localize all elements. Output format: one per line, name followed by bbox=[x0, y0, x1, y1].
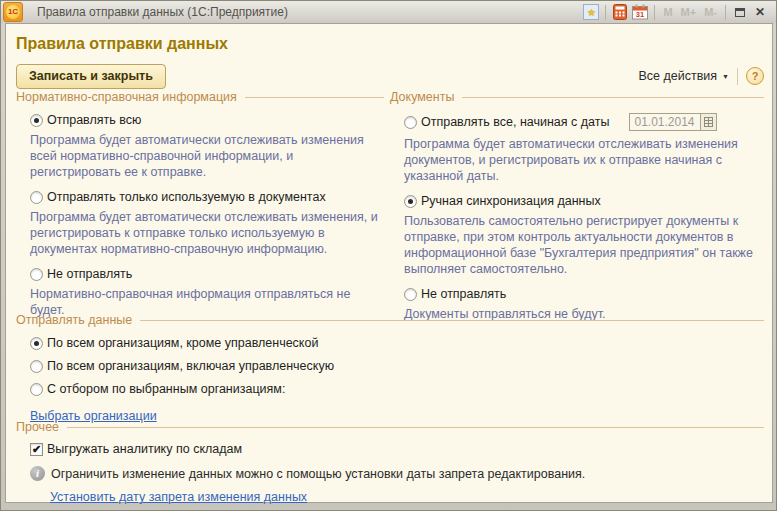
titlebar-separator bbox=[654, 5, 655, 20]
checkbox-export-warehouse-analytics[interactable]: ✔ Выгружать аналитику по складам bbox=[30, 442, 764, 456]
section-other: Прочее ✔ Выгружать аналитику по складам … bbox=[16, 420, 764, 505]
app-window: 1С Правила отправки данных (1С:Предприят… bbox=[0, 0, 777, 511]
calendar-icon[interactable]: 31 bbox=[630, 3, 650, 21]
save-and-close-button[interactable]: Записать и закрыть bbox=[16, 64, 166, 89]
radio-icon[interactable] bbox=[30, 383, 43, 396]
memory-m-button[interactable]: М bbox=[659, 6, 676, 18]
all-actions-button[interactable]: Все действия ▼ bbox=[638, 69, 729, 83]
calendar-grid-icon bbox=[704, 117, 713, 127]
maximize-button[interactable] bbox=[730, 3, 750, 21]
memory-m-minus-button[interactable]: М- bbox=[700, 6, 721, 18]
start-date-field[interactable] bbox=[629, 113, 701, 131]
svg-text:31: 31 bbox=[636, 10, 644, 19]
radio-docs-manual-sync[interactable]: Ручная синхронизация данных bbox=[404, 194, 764, 208]
radio-docs-send-from-date[interactable]: Отправлять все, начиная с даты bbox=[404, 113, 764, 131]
radio-nsi-dont-send[interactable]: Не отправлять bbox=[30, 267, 384, 281]
radio-all-orgs-except-management[interactable]: По всем организациям, кроме управленческ… bbox=[30, 336, 764, 350]
chevron-down-icon: ▼ bbox=[722, 73, 729, 80]
set-restriction-date-link[interactable]: Установить дату запрета изменения данных bbox=[50, 490, 307, 504]
section-nsi: Нормативно-справочная информация Отправл… bbox=[16, 90, 384, 328]
group-line bbox=[245, 97, 384, 98]
checkbox-icon[interactable]: ✔ bbox=[30, 443, 43, 456]
titlebar-separator bbox=[725, 5, 726, 20]
calculator-icon[interactable] bbox=[610, 3, 630, 21]
nsi-send-used-description: Программа будет автоматически отслеживат… bbox=[30, 209, 382, 257]
radio-nsi-send-used[interactable]: Отправлять только используемую в докумен… bbox=[30, 190, 384, 204]
radio-selected-orgs[interactable]: С отбором по выбранным организациям: bbox=[30, 382, 764, 396]
form-content: Правила отправки данных Записать и закры… bbox=[5, 23, 773, 503]
group-line bbox=[67, 427, 764, 428]
section-nsi-title: Нормативно-справочная информация bbox=[16, 90, 237, 104]
info-text: Ограничить изменение данных можно с помо… bbox=[51, 467, 585, 481]
radio-icon[interactable] bbox=[404, 195, 417, 208]
toolbar-separator bbox=[737, 68, 738, 85]
section-documents: Документы Отправлять все, начиная с даты… bbox=[390, 90, 764, 332]
titlebar-separator bbox=[605, 5, 606, 20]
section-send-data-title: Отправлять данные bbox=[16, 313, 132, 327]
docs-send-from-date-description: Программа будет автоматически отслеживат… bbox=[404, 136, 764, 184]
docs-manual-sync-description: Пользователь самостоятельно регистрирует… bbox=[404, 213, 764, 277]
titlebar-controls: ★ 31 М М+ bbox=[581, 1, 776, 23]
radio-icon[interactable] bbox=[30, 268, 43, 281]
window-title: Правила отправки данных (1С:Предприятие) bbox=[37, 5, 288, 19]
radio-icon[interactable] bbox=[404, 116, 417, 129]
radio-icon[interactable] bbox=[30, 360, 43, 373]
section-send-data: Отправлять данные По всем организациям, … bbox=[16, 313, 764, 424]
date-picker-button[interactable] bbox=[701, 113, 717, 131]
nsi-send-all-description: Программа будет автоматически отслеживат… bbox=[30, 132, 382, 180]
radio-all-orgs-including-management[interactable]: По всем организациям, включая управленче… bbox=[30, 359, 764, 373]
section-documents-title: Документы bbox=[390, 90, 454, 104]
toolbar: Записать и закрыть Все действия ▼ ? bbox=[16, 63, 764, 89]
radio-icon[interactable] bbox=[30, 114, 43, 127]
titlebar: 1С Правила отправки данных (1С:Предприят… bbox=[1, 1, 776, 23]
group-line bbox=[140, 320, 764, 321]
radio-docs-dont-send[interactable]: Не отправлять bbox=[404, 287, 764, 301]
section-other-title: Прочее bbox=[16, 420, 59, 434]
favorites-star-icon[interactable]: ★ bbox=[581, 3, 601, 21]
radio-nsi-send-all[interactable]: Отправлять всю bbox=[30, 113, 384, 127]
radio-icon[interactable] bbox=[30, 337, 43, 350]
1c-logo-icon: 1С bbox=[3, 2, 23, 22]
help-button[interactable]: ? bbox=[746, 67, 764, 85]
group-line bbox=[462, 97, 764, 98]
close-button[interactable]: ✕ bbox=[750, 3, 770, 21]
maximize-icon bbox=[735, 8, 745, 17]
memory-m-plus-button[interactable]: М+ bbox=[677, 6, 701, 18]
close-icon: ✕ bbox=[755, 5, 765, 19]
radio-icon[interactable] bbox=[30, 191, 43, 204]
radio-icon[interactable] bbox=[404, 288, 417, 301]
page-title: Правила отправки данных bbox=[16, 35, 228, 53]
info-icon: i bbox=[30, 466, 45, 481]
1c-logo-text: 1С bbox=[6, 5, 20, 19]
